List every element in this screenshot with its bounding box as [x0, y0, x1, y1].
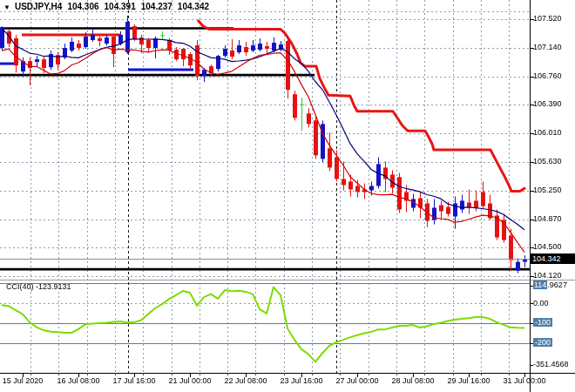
time-axis-label: 21 Jul 00:00	[159, 376, 220, 385]
price-axis-label: 105.630	[533, 157, 562, 166]
cci-axis-zero-label: 0.00	[533, 299, 549, 308]
price-axis-label: 106.760	[533, 71, 562, 80]
cci-level-minus200-label: -200	[533, 338, 552, 347]
time-axis-label: 15 Jul 2020	[0, 376, 53, 385]
time-axis-label: 17 Jul 16:00	[104, 376, 165, 385]
chart-canvas	[0, 0, 575, 392]
price-axis-label: 104.120	[533, 271, 562, 280]
ohlc-open: 104.306	[67, 2, 98, 11]
time-axis-label: 29 Jul 16:00	[438, 376, 499, 385]
symbol-dropdown-icon[interactable]: ▼	[3, 3, 10, 11]
cci-axis-min-label: -351.4568	[533, 360, 569, 368]
ohlc-high: 104.391	[105, 2, 136, 11]
time-axis-label: 16 Jul 08:00	[48, 376, 109, 385]
time-axis-label: 31 Jul 00:00	[494, 376, 555, 385]
price-axis-label: 106.010	[533, 128, 562, 137]
cci-level-100-label: 114	[533, 280, 547, 289]
cci-level-minus100-label: -100	[533, 318, 552, 327]
price-axis-label: 104.870	[533, 214, 562, 223]
price-axis-label: 105.250	[533, 186, 562, 194]
price-axis-label: 104.500	[533, 242, 562, 251]
trading-chart-window: ▼USDJPY,H4104.306104.391104.237104.342 1…	[0, 0, 575, 392]
symbol-period-label: USDJPY,H4	[15, 2, 62, 11]
time-axis-label: 28 Jul 08:00	[382, 376, 443, 385]
time-axis-label: 23 Jul 16:00	[271, 376, 332, 385]
price-axis-label: 107.140	[533, 43, 562, 51]
chart-title-bar: ▼USDJPY,H4104.306104.391104.237104.342	[3, 2, 214, 11]
cci-indicator-label: CCI(40) -123.9131	[6, 282, 71, 291]
ohlc-low: 104.237	[141, 2, 172, 11]
time-axis-label: 27 Jul 00:00	[327, 376, 388, 385]
ohlc-close: 104.342	[178, 2, 209, 11]
cci-axis-max-label: 114.9627	[533, 280, 567, 289]
price-axis-label: 106.390	[533, 99, 562, 108]
price-axis-label: 107.520	[533, 14, 562, 23]
current-price-box: 104.342	[530, 253, 575, 264]
time-axis-label: 22 Jul 08:00	[215, 376, 276, 385]
cci-axis-max-rest: .9627	[547, 280, 567, 289]
